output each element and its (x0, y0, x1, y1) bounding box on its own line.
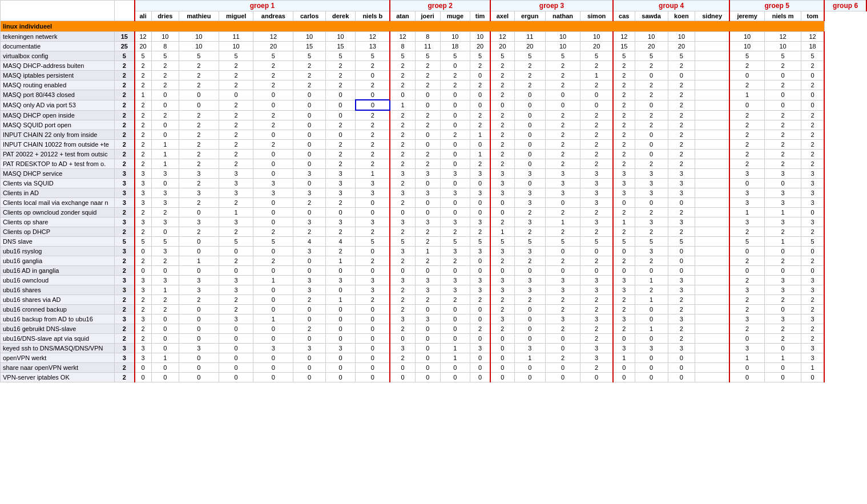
data-cell[interactable]: 0 (325, 363, 355, 373)
data-cell[interactable]: 2 (415, 110, 440, 120)
data-cell[interactable]: 2 (729, 256, 764, 266)
data-cell[interactable]: 0 (545, 334, 580, 344)
data-cell[interactable]: 0 (293, 179, 326, 188)
data-cell[interactable]: 1 (151, 353, 179, 363)
data-cell[interactable]: 0 (253, 198, 293, 208)
data-cell[interactable]: 5 (135, 237, 152, 247)
data-cell[interactable]: 10 (729, 32, 764, 42)
data-cell[interactable]: 2 (415, 295, 440, 305)
data-cell[interactable]: 0 (179, 247, 219, 256)
data-cell[interactable]: 2 (219, 110, 253, 120)
data-cell[interactable]: 20 (253, 42, 293, 51)
data-cell[interactable]: 3 (545, 315, 580, 324)
data-cell[interactable]: 3 (135, 344, 152, 353)
data-cell[interactable]: 2 (219, 100, 253, 110)
data-cell[interactable]: 3 (668, 169, 695, 179)
data-cell[interactable]: 2 (545, 130, 580, 140)
data-cell[interactable]: 3 (415, 217, 440, 227)
data-cell[interactable]: 0 (151, 363, 179, 373)
data-cell[interactable]: 2 (356, 140, 390, 150)
data-cell[interactable]: 0 (135, 266, 152, 276)
data-cell[interactable]: 0 (440, 266, 470, 276)
data-cell[interactable]: 3 (135, 315, 152, 324)
data-cell[interactable]: 0 (514, 90, 545, 100)
data-cell[interactable]: 0 (356, 198, 390, 208)
data-cell[interactable]: 0 (765, 344, 801, 353)
data-cell[interactable]: 1 (729, 90, 764, 100)
data-cell[interactable]: 1 (765, 208, 801, 217)
data-cell[interactable]: 3 (801, 276, 825, 285)
data-cell[interactable]: 0 (580, 266, 613, 276)
data-cell[interactable]: 0 (470, 315, 491, 324)
data-cell[interactable]: 5 (545, 237, 580, 247)
data-cell[interactable]: 3 (325, 344, 355, 353)
data-cell[interactable]: 5 (253, 237, 293, 247)
data-cell[interactable]: 10 (440, 32, 470, 42)
data-cell[interactable]: 1 (325, 295, 355, 305)
data-cell[interactable]: 2 (293, 198, 326, 208)
data-cell[interactable]: 20 (470, 42, 491, 51)
data-cell[interactable]: 2 (613, 90, 635, 100)
data-cell[interactable]: 0 (490, 334, 514, 344)
data-cell[interactable]: 2 (580, 295, 613, 305)
data-cell[interactable]: 0 (179, 305, 219, 315)
data-cell[interactable]: 1 (356, 169, 390, 179)
data-cell[interactable]: 0 (325, 353, 355, 363)
data-cell[interactable]: 3 (179, 276, 219, 285)
data-cell[interactable]: 2 (490, 71, 514, 80)
data-cell[interactable]: 10 (179, 42, 219, 51)
data-cell[interactable]: 2 (729, 159, 764, 169)
data-cell[interactable] (695, 188, 730, 198)
data-cell[interactable]: 5 (765, 51, 801, 61)
data-cell[interactable] (695, 198, 730, 208)
data-cell[interactable]: 0 (440, 198, 470, 208)
data-cell[interactable]: 2 (470, 110, 491, 120)
data-cell[interactable]: 0 (729, 334, 764, 344)
data-cell[interactable]: 2 (668, 100, 695, 110)
data-cell[interactable]: 2 (415, 256, 440, 266)
data-cell[interactable]: 0 (514, 373, 545, 382)
data-cell[interactable]: 5 (545, 51, 580, 61)
data-cell[interactable]: 3 (668, 285, 695, 295)
data-cell[interactable] (695, 208, 730, 217)
data-cell[interactable]: 10 (635, 32, 668, 42)
data-cell[interactable]: 0 (490, 344, 514, 353)
data-cell[interactable]: 2 (390, 110, 415, 120)
data-cell[interactable]: 3 (613, 188, 635, 198)
data-cell[interactable]: 3 (580, 344, 613, 353)
data-cell[interactable]: 2 (325, 227, 355, 237)
data-cell[interactable]: 2 (635, 90, 668, 100)
data-cell[interactable]: 2 (545, 140, 580, 150)
data-cell[interactable] (695, 373, 730, 382)
data-cell[interactable]: 2 (765, 256, 801, 266)
data-cell[interactable]: 10 (580, 32, 613, 42)
data-cell[interactable]: 0 (490, 353, 514, 363)
data-cell[interactable]: 0 (179, 266, 219, 276)
data-cell[interactable]: 2 (135, 71, 152, 80)
data-cell[interactable]: 2 (635, 120, 668, 130)
data-cell[interactable]: 2 (356, 110, 390, 120)
data-cell[interactable]: 5 (390, 237, 415, 247)
data-cell[interactable]: 1 (151, 140, 179, 150)
data-cell[interactable]: 0 (490, 266, 514, 276)
data-cell[interactable]: 0 (179, 334, 219, 344)
data-cell[interactable]: 0 (514, 130, 545, 140)
data-cell[interactable]: 2 (580, 80, 613, 90)
data-cell[interactable]: 0 (415, 373, 440, 382)
data-cell[interactable]: 3 (219, 315, 253, 324)
data-cell[interactable]: 0 (253, 373, 293, 382)
data-cell[interactable]: 2 (580, 324, 613, 334)
data-cell[interactable]: 3 (253, 179, 293, 188)
data-cell[interactable]: 0 (765, 363, 801, 373)
data-cell[interactable]: 0 (668, 353, 695, 363)
data-cell[interactable]: 3 (580, 285, 613, 295)
data-cell[interactable]: 3 (580, 188, 613, 198)
data-cell[interactable]: 0 (440, 208, 470, 217)
data-cell[interactable]: 3 (668, 344, 695, 353)
data-cell[interactable]: 5 (293, 51, 326, 61)
data-cell[interactable]: 2 (490, 295, 514, 305)
data-cell[interactable]: 2 (729, 130, 764, 140)
data-cell[interactable]: 2 (179, 150, 219, 159)
data-cell[interactable]: 1 (440, 344, 470, 353)
data-cell[interactable]: 2 (613, 256, 635, 266)
